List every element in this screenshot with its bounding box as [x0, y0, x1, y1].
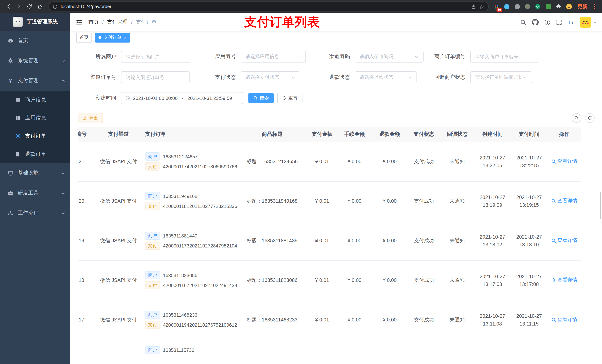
breadcrumb-home[interactable]: 首页 — [88, 19, 99, 26]
page-scrollbar[interactable] — [600, 192, 601, 219]
browser-back-icon[interactable] — [4, 2, 13, 11]
github-icon[interactable] — [532, 19, 539, 26]
cell-amount: ¥ 0.01 — [307, 181, 337, 221]
cell-fee: ¥ 0.00 — [337, 181, 372, 221]
merchant-order-no-input[interactable] — [470, 51, 539, 62]
view-detail-link[interactable]: 查看详情 — [551, 316, 577, 323]
extensions-puzzle-icon[interactable] — [555, 3, 562, 10]
chevron-down-icon — [61, 211, 65, 215]
filter-label-channel-order-no: 渠道订单号 — [78, 74, 121, 81]
help-icon[interactable]: ? — [544, 19, 550, 25]
extension-olive-icon[interactable] — [524, 3, 531, 10]
chevron-down-icon — [291, 75, 295, 79]
tag-home[interactable]: 首页 — [76, 33, 92, 42]
tag-pay-order[interactable]: 支付订单 — [95, 33, 130, 42]
cell-status: 支付成功 — [407, 260, 441, 300]
channel-code-select[interactable]: 请输入渠道编码 — [355, 51, 424, 62]
browser-profile-avatar[interactable] — [565, 3, 573, 10]
extension-drop-icon[interactable] — [503, 3, 511, 10]
sidebar-item-merchant-info[interactable]: 商户信息 — [0, 91, 70, 109]
col-create-time: 创建时间 — [474, 127, 511, 142]
view-detail-link[interactable]: 查看详情 — [551, 198, 577, 204]
channel-order-no-input[interactable] — [121, 71, 190, 83]
url-bar[interactable]: localhost:1024/pay/order — [48, 1, 489, 11]
refund-status-select[interactable]: 请选择退款状态 — [355, 71, 417, 83]
merchant-order-no: 1635311949168 — [163, 193, 197, 199]
page-annotation: 支付订单列表 — [244, 14, 320, 31]
channel-order-no-field[interactable] — [126, 74, 185, 80]
view-detail-link[interactable]: 查看详情 — [551, 158, 577, 165]
chevron-down-icon — [415, 54, 419, 59]
url-text[interactable]: localhost:1024/pay/order — [61, 4, 468, 9]
sidebar-item-label: 商户信息 — [25, 96, 46, 103]
create-time-range-picker[interactable]: 2021-10-01 00:00:00 - 2021-10-31 23:59:5… — [121, 92, 243, 104]
close-icon[interactable] — [124, 35, 127, 40]
date-start-value[interactable]: 2021-10-01 00:00:00 — [133, 95, 178, 101]
view-detail-link[interactable]: 查看详情 — [551, 277, 577, 283]
breadcrumb-separator — [131, 19, 133, 25]
app-logo[interactable]: 芋道管理系统 — [0, 13, 70, 31]
cell-fee: ¥ 0.00 — [337, 142, 372, 181]
bookmark-star-icon[interactable] — [479, 4, 484, 9]
browser-reload-icon[interactable] — [24, 2, 34, 11]
date-end-value[interactable]: 2021-10-31 23:59:59 — [187, 95, 232, 101]
sidebar-item-dev-tools[interactable]: 研发工具 — [0, 183, 70, 203]
view-detail-link[interactable]: 查看详情 — [551, 237, 577, 244]
notify-status-select[interactable]: 请选择订单回调商户状态 — [470, 71, 532, 83]
merchant-tag: 商户 — [145, 346, 160, 354]
toolbox-icon — [7, 190, 13, 196]
site-info-icon[interactable] — [53, 4, 58, 9]
cell-amount: ¥ 0.01 — [307, 300, 337, 340]
pay-tag: 支付 — [145, 281, 160, 289]
toggle-search-button[interactable] — [572, 113, 581, 123]
browser-home-icon[interactable] — [35, 2, 44, 11]
col-channel: 支付渠道 — [96, 127, 141, 142]
table-row: 20 微信 JSAPI 支付 商户1635311949168 支付4200001… — [78, 181, 581, 221]
merchant-tag: 商户 — [145, 311, 160, 319]
sidebar-item-pay-order[interactable]: 支付订单 — [0, 127, 70, 145]
chevron-down-icon — [61, 59, 65, 63]
sidebar-item-app-info[interactable]: 应用信息 — [0, 109, 70, 127]
sidebar-item-workflow[interactable]: 工作流程 — [0, 203, 70, 223]
search-icon[interactable] — [520, 19, 527, 25]
cell-create-time: 2021-10-2713:22:05 — [474, 142, 511, 181]
sidebar-item-home[interactable]: 首页 — [0, 31, 70, 51]
export-button[interactable]: 导出 — [78, 113, 103, 123]
sidebar-item-label: 支付管理 — [18, 77, 39, 84]
pay-tag: 支付 — [145, 241, 160, 250]
sidebar-item-refund-order[interactable]: 退款订单 — [0, 145, 70, 163]
pay-status-select[interactable]: 请选择支付状态 — [241, 71, 300, 83]
extension-gray-icon[interactable] — [513, 3, 521, 10]
merchant-input-field[interactable] — [126, 54, 187, 59]
user-avatar-menu[interactable] — [580, 17, 597, 28]
refresh-button[interactable] — [585, 113, 595, 123]
cell-create-time: 2021-10-2713:11:08 — [474, 300, 511, 340]
browser-update-button[interactable]: 更新 — [575, 3, 589, 10]
app-select[interactable]: 请选择应用信息 — [241, 51, 306, 62]
sidebar-item-system[interactable]: 系统管理 — [0, 51, 70, 71]
dashboard-icon — [7, 38, 13, 44]
breadcrumb-pay-manage[interactable]: 支付管理 — [107, 19, 128, 26]
font-size-icon[interactable]: TT — [568, 19, 574, 25]
menu-fold-icon[interactable] — [70, 13, 88, 31]
extension-green-square-icon[interactable] — [544, 3, 552, 10]
extension-check-icon[interactable] — [534, 3, 542, 10]
share-icon[interactable] — [471, 4, 476, 9]
notify-status-placeholder: 请选择订单回调商户状态 — [475, 74, 521, 81]
sidebar-item-infrastructure[interactable]: 基础设施 — [0, 163, 70, 183]
search-button[interactable]: 搜索 — [248, 93, 274, 103]
merchant-order-no-field[interactable] — [475, 54, 534, 59]
col-amount: 支付金额 — [307, 127, 337, 142]
fullscreen-icon[interactable] — [556, 19, 562, 25]
cell-channel: 微信 JSAPI 支付 — [96, 260, 141, 300]
browser-menu-icon[interactable] — [592, 4, 598, 9]
merchant-order-no: 163531115736 — [163, 347, 194, 353]
filter-row-3: 创建时间 2021-10-01 00:00:00 - 2021-10-31 23… — [78, 92, 595, 104]
merchant-input[interactable] — [121, 51, 191, 62]
sidebar-item-payment[interactable]: ¥ 支付管理 — [0, 71, 70, 91]
filter-row-2: 渠道订单号 支付状态 请选择支付状态 退款状态 — [78, 71, 595, 83]
extension-colorful-icon[interactable]: 10 — [492, 3, 500, 10]
reset-button[interactable]: 重置 — [277, 93, 302, 103]
navbar: 首页 支付管理 支付订单 支付订单列表 ? — [70, 13, 602, 31]
browser-forward-icon[interactable] — [14, 2, 24, 11]
